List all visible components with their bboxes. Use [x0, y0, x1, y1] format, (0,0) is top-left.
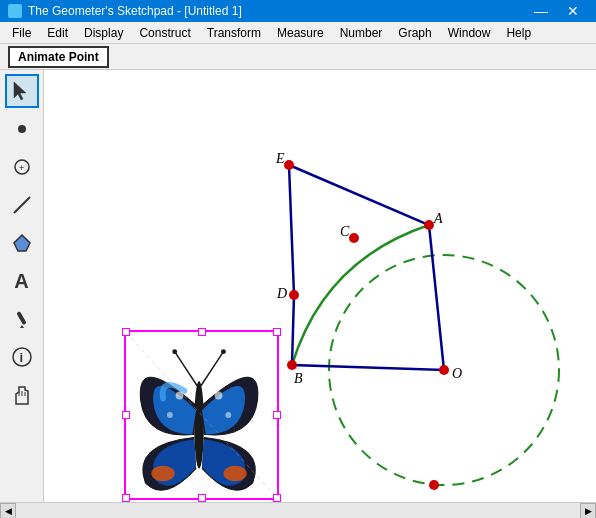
svg-marker-0: [14, 82, 26, 100]
menu-bar: File Edit Display Construct Transform Me…: [0, 22, 596, 44]
menu-construct[interactable]: Construct: [131, 22, 198, 43]
svg-marker-15: [289, 165, 444, 370]
window-title: The Geometer's Sketchpad - [Untitled 1]: [28, 4, 242, 18]
point-E: [284, 160, 294, 170]
butterfly-image[interactable]: [124, 330, 279, 500]
window-controls: — ✕: [526, 0, 588, 22]
line-icon: [11, 194, 33, 216]
menu-graph[interactable]: Graph: [390, 22, 439, 43]
line-tool[interactable]: [5, 188, 39, 222]
label-C: C: [340, 224, 350, 239]
toolbar-top: Animate Point: [0, 44, 596, 70]
menu-file[interactable]: File: [4, 22, 39, 43]
animate-point-button[interactable]: Animate Point: [8, 46, 109, 68]
info-icon: i: [11, 346, 33, 368]
canvas-area[interactable]: E A C D B O: [44, 70, 596, 502]
label-A: A: [433, 211, 443, 226]
marker-tool[interactable]: [5, 302, 39, 336]
svg-line-25: [201, 352, 223, 386]
left-toolbar: + A i: [0, 70, 44, 502]
butterfly-svg: [126, 332, 277, 498]
polygon-icon: [11, 232, 33, 254]
svg-point-24: [172, 349, 177, 354]
svg-point-1: [18, 125, 26, 133]
svg-marker-5: [14, 235, 30, 251]
point-D: [289, 290, 299, 300]
svg-rect-6: [16, 311, 26, 325]
scrollbar-bottom[interactable]: ◀ ▶: [0, 502, 596, 518]
point-tool[interactable]: [5, 112, 39, 146]
point-A: [424, 220, 434, 230]
app-icon: [8, 4, 22, 18]
compass-tool[interactable]: +: [5, 150, 39, 184]
scroll-track[interactable]: [16, 503, 580, 518]
text-tool[interactable]: A: [5, 264, 39, 298]
label-E: E: [275, 151, 285, 166]
menu-help[interactable]: Help: [498, 22, 539, 43]
svg-point-26: [221, 349, 226, 354]
menu-edit[interactable]: Edit: [39, 22, 76, 43]
svg-point-16: [194, 381, 204, 469]
point-bottom: [429, 480, 439, 490]
hand-tool[interactable]: [5, 378, 39, 412]
main-area: + A i: [0, 70, 596, 502]
polygon-tool[interactable]: [5, 226, 39, 260]
svg-point-22: [225, 412, 231, 418]
svg-text:i: i: [19, 350, 23, 365]
menu-display[interactable]: Display: [76, 22, 131, 43]
hand-icon: [11, 384, 33, 406]
label-B: B: [294, 371, 303, 386]
menu-transform[interactable]: Transform: [199, 22, 269, 43]
point-icon: [11, 118, 33, 140]
marker-icon: [11, 308, 33, 330]
menu-number[interactable]: Number: [332, 22, 391, 43]
info-tool[interactable]: i: [5, 340, 39, 374]
scroll-right-arrow[interactable]: ▶: [580, 503, 596, 519]
arrow-icon: [11, 80, 33, 102]
svg-point-20: [215, 392, 223, 400]
point-B: [287, 360, 297, 370]
svg-point-18: [223, 466, 246, 482]
label-O: O: [452, 366, 462, 381]
point-O: [439, 365, 449, 375]
menu-measure[interactable]: Measure: [269, 22, 332, 43]
menu-window[interactable]: Window: [440, 22, 499, 43]
svg-point-17: [151, 466, 174, 482]
title-bar: The Geometer's Sketchpad - [Untitled 1] …: [0, 0, 596, 22]
svg-marker-7: [20, 325, 24, 328]
svg-text:+: +: [19, 163, 24, 173]
scroll-left-arrow[interactable]: ◀: [0, 503, 16, 519]
point-C: [349, 233, 359, 243]
select-tool[interactable]: [5, 74, 39, 108]
text-icon: A: [14, 270, 28, 293]
svg-point-19: [176, 392, 184, 400]
minimize-button[interactable]: —: [526, 0, 556, 22]
close-button[interactable]: ✕: [558, 0, 588, 22]
svg-point-21: [167, 412, 173, 418]
svg-line-4: [14, 197, 30, 213]
svg-line-23: [175, 352, 197, 386]
label-D: D: [276, 286, 287, 301]
compass-icon: +: [11, 156, 33, 178]
